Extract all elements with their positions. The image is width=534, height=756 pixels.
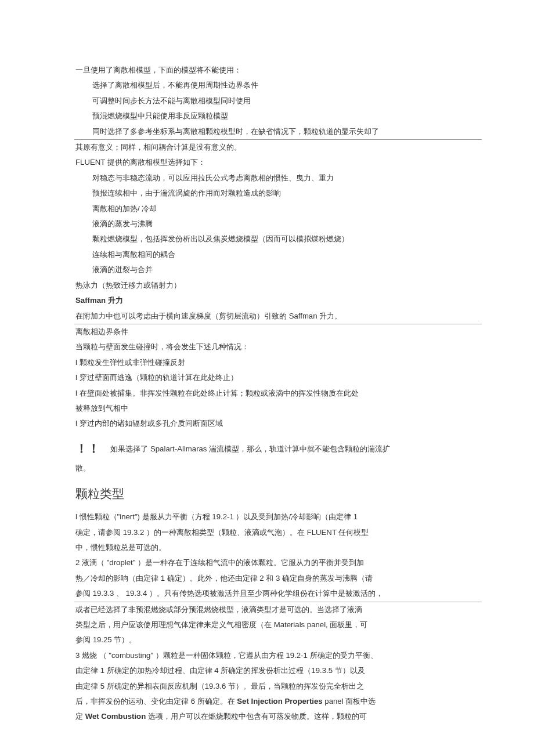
type2-line1: 2 液滴（ "droplet" ）是一种存在于连续相气流中的液体颗粒。它服从力的… <box>75 555 459 570</box>
warning-line: ！！ 如果选择了 Spalart-Allmaras 湍流模型，那么，轨道计算中就… <box>75 436 459 461</box>
t3l5-a: 定 <box>75 712 85 721</box>
bc-item-1: l 颗粒发生弹性或非弹性碰撞反射 <box>75 355 459 370</box>
opt-5: 颗粒燃烧模型，包括挥发份析出以及焦炭燃烧模型（因而可以模拟煤粉燃烧） <box>75 231 459 247</box>
bc-intro: 当颗粒与壁面发生碰撞时，将会发生下述几种情况： <box>75 339 459 355</box>
bullet-4: 同时选择了多参考坐标系与离散相颗粒模型时，在缺省情况下，颗粒轨道的显示失却了 <box>75 124 459 139</box>
bc-item-2: l 穿过壁面而逃逸（颗粒的轨道计算在此处终止） <box>75 370 459 385</box>
type1-line2: 确定，请参阅 19.3.2 ）的一种离散相类型（颗粒、液滴或气泡）。在 FLUE… <box>75 525 459 540</box>
type2-line5: 类型之后，用户应该使用理想气体定律来定义气相密度（在 Materials pan… <box>75 617 459 632</box>
bullet-3: 预混燃烧模型中只能使用非反应颗粒模型 <box>75 108 459 124</box>
intro-line: 一旦使用了离散相模型，下面的模型将不能使用： <box>75 63 459 78</box>
document-page: 一旦使用了离散相模型，下面的模型将不能使用： 选择了离散相模型后，不能再使用周期… <box>0 0 534 756</box>
type3-line2: 由定律 1 所确定的加热冷却过程、由定律 4 所确定的挥发份析出过程（19.3.… <box>75 663 459 678</box>
type1-line1: l 惯性颗粒（"inert") 是服从力平衡（方程 19.2-1 ）以及受到加热… <box>75 509 459 525</box>
type3-line1: 3 燃烧 （ "combusting" ）颗粒是一种固体颗粒，它遵从由方程 19… <box>75 648 459 663</box>
set-injection-properties-label: Set Injection Properties <box>237 697 322 706</box>
warning-text: 如果选择了 Spalart-Allmaras 湍流模型，那么，轨道计算中就不能包… <box>110 444 390 453</box>
bc-item-3b: 被释放到气相中 <box>75 401 459 416</box>
opt-2: 预报连续相中，由于湍流涡旋的作用而对颗粒造成的影响 <box>75 186 459 201</box>
saffman-body: 在附加力中也可以考虑由于横向速度梯度（剪切层流动）引致的 Saffman 升力。 <box>75 309 459 324</box>
saffman-heading: Saffman 升力 <box>75 293 459 308</box>
type2-line2: 热／冷却的影响（由定律 1 确定）。此外，他还由定律 2 和 3 确定自身的蒸发… <box>75 571 459 586</box>
type3-line5: 定 Wet Combustion 选项，用户可以在燃烧颗粒中包含有可蒸发物质。这… <box>75 709 459 724</box>
opt-4: 液滴的蒸发与沸腾 <box>75 216 459 231</box>
opt-6: 连续相与离散相间的耦合 <box>75 247 459 262</box>
t3l4-a: 后，非挥发份的运动、变化由定律 6 所确定。在 <box>75 697 237 706</box>
particle-type-heading: 颗粒类型 <box>75 482 459 506</box>
bc-item-3a: l 在壁面处被捕集。非挥发性颗粒在此处终止计算；颗粒或液滴中的挥发性物质在此处 <box>75 386 459 401</box>
warning-text-2: 散。 <box>75 461 459 476</box>
opt-3: 离散相的加热/ 冷却 <box>75 201 459 216</box>
bc-heading: 离散相边界条件 <box>75 324 459 339</box>
type1-line3: 中，惯性颗粒总是可选的。 <box>75 540 459 555</box>
type3-line3: 由定律 5 所确定的异相表面反应机制（19.3.6 节）。最后，当颗粒的挥发份完… <box>75 679 459 694</box>
type3-line4: 后，非挥发份的运动、变化由定律 6 所确定。在 Set Injection Pr… <box>75 694 459 709</box>
bullet-2: 可调整时间步长方法不能与离散相模型同时使用 <box>75 93 459 108</box>
opt-1: 对稳态与非稳态流动，可以应用拉氏公式考虑离散相的惯性、曳力、重力 <box>75 171 459 186</box>
bc-item-4: l 穿过内部的诸如辐射或多孔介质间断面区域 <box>75 416 459 431</box>
thermophoretic-line: 热泳力（热致迁移力或辐射力） <box>75 278 459 293</box>
opt-7: 液滴的迸裂与合并 <box>75 262 459 277</box>
wet-combustion-label: Wet Combustion <box>85 712 146 721</box>
t3l5-c: 选项，用户可以在燃烧颗粒中包含有可蒸发物质。这样，颗粒的可 <box>146 712 367 721</box>
bullet-5: 其原有意义；同样，相间耦合计算是没有意义的。 <box>75 140 459 155</box>
type2-line3: 参阅 19.3.3 、 19.3.4 ）。只有传热选项被激活并且至少两种化学组份… <box>75 586 459 601</box>
bullet-1: 选择了离散相模型后，不能再使用周期性边界条件 <box>75 78 459 93</box>
t3l4-c: panel 面板中选 <box>323 697 376 706</box>
type2-line6: 参阅 19.25 节）。 <box>75 632 459 648</box>
fluent-head: FLUENT 提供的离散相模型选择如下： <box>75 155 459 170</box>
type2-line4: 或者已经选择了非预混燃烧或部分预混燃烧模型，液滴类型才是可选的。当选择了液滴 <box>75 602 459 617</box>
warning-icon: ！！ <box>75 442 100 455</box>
